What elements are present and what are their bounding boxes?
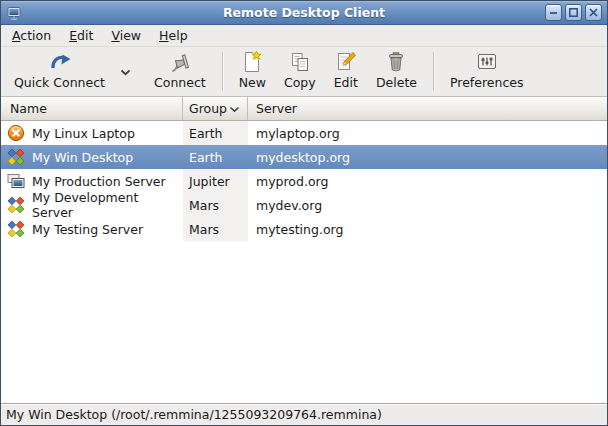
connection-server: mylaptop.org: [248, 121, 607, 145]
connection-row-my-win-desktop[interactable]: My Win Desktop Earth mydesktop.org: [1, 145, 607, 169]
column-header-group-label: Group: [189, 101, 227, 116]
maximize-button[interactable]: [565, 4, 582, 21]
remmina-main-window: Remote Desktop Client Action Edit View H…: [0, 0, 608, 426]
menu-action[interactable]: Action: [3, 25, 60, 46]
connection-name: My Production Server: [32, 174, 166, 189]
connection-name: My Testing Server: [32, 222, 143, 237]
preferences-label: Preferences: [450, 75, 524, 90]
quick-connect-button[interactable]: Quick Connect: [5, 49, 114, 94]
quick-connect-label: Quick Connect: [14, 75, 105, 90]
toolbar-separator: [222, 52, 223, 91]
connection-server: mydev.org: [248, 193, 607, 217]
connection-name: My Win Desktop: [32, 150, 133, 165]
titlebar[interactable]: Remote Desktop Client: [1, 1, 607, 25]
menu-view[interactable]: View: [102, 25, 150, 46]
copy-button[interactable]: Copy: [275, 49, 325, 94]
preferences-sliders-icon: [475, 50, 499, 74]
column-header-name-label: Name: [10, 101, 47, 116]
toolbar: Quick Connect Connect: [1, 47, 607, 97]
connection-group: Mars: [183, 193, 248, 217]
chevron-down-icon: [120, 64, 131, 79]
quick-connect-icon: [47, 50, 73, 74]
window-title: Remote Desktop Client: [1, 5, 607, 20]
windows-monitor-icon: [7, 172, 25, 190]
connection-name: My Linux Laptop: [32, 126, 135, 141]
connection-server: mydesktop.org: [248, 145, 607, 169]
trash-icon: [384, 50, 408, 74]
rdp-diamonds-icon: [7, 220, 25, 238]
connection-group: Earth: [183, 145, 248, 169]
edit-document-icon: [334, 50, 358, 74]
statusbar: My Win Desktop (/root/.remmina/125509320…: [1, 403, 607, 425]
connection-row-my-linux-laptop[interactable]: My Linux Laptop Earth mylaptop.org: [1, 121, 607, 145]
new-label: New: [239, 75, 266, 90]
preferences-button[interactable]: Preferences: [441, 49, 533, 94]
remmina-app-icon: [6, 4, 23, 21]
edit-button[interactable]: Edit: [325, 49, 367, 94]
connection-server: myprod.org: [248, 169, 607, 193]
sort-descending-icon: [229, 101, 240, 116]
column-headers: Name Group Server: [1, 97, 607, 121]
delete-label: Delete: [376, 75, 417, 90]
connect-label: Connect: [154, 75, 206, 90]
list-empty-area: [1, 241, 607, 403]
minimize-button[interactable]: [545, 4, 562, 21]
delete-button[interactable]: Delete: [367, 49, 426, 94]
rdp-diamonds-icon: [7, 196, 25, 214]
close-button[interactable]: [585, 4, 602, 21]
column-header-server[interactable]: Server: [248, 97, 607, 121]
menubar: Action Edit View Help: [1, 25, 607, 47]
column-header-server-label: Server: [256, 101, 297, 116]
copy-icon: [288, 50, 312, 74]
edit-label: Edit: [334, 75, 358, 90]
connection-group: Mars: [183, 217, 248, 241]
new-document-icon: [240, 50, 264, 74]
statusbar-text: My Win Desktop (/root/.remmina/125509320…: [6, 407, 382, 422]
column-header-name[interactable]: Name: [1, 97, 183, 121]
rdp-diamonds-icon: [7, 148, 25, 166]
connection-list: My Linux Laptop Earth mylaptop.org My Wi…: [1, 121, 607, 403]
connection-server: mytesting.org: [248, 217, 607, 241]
connect-plug-icon: [166, 50, 194, 74]
connection-group: Jupiter: [183, 169, 248, 193]
menu-edit[interactable]: Edit: [60, 25, 102, 46]
new-button[interactable]: New: [230, 49, 275, 94]
connect-button[interactable]: Connect: [145, 49, 215, 94]
menu-help[interactable]: Help: [150, 25, 197, 46]
connection-row-my-testing-server[interactable]: My Testing Server Mars mytesting.org: [1, 217, 607, 241]
connection-row-my-development-server[interactable]: My Development Server Mars mydev.org: [1, 193, 607, 217]
quick-connect-dropdown-button[interactable]: [114, 49, 137, 94]
toolbar-separator: [433, 52, 434, 91]
column-header-group[interactable]: Group: [183, 97, 248, 121]
connection-name: My Development Server: [32, 190, 183, 220]
connection-group: Earth: [183, 121, 248, 145]
cancel-icon: [7, 124, 25, 142]
copy-label: Copy: [284, 75, 316, 90]
